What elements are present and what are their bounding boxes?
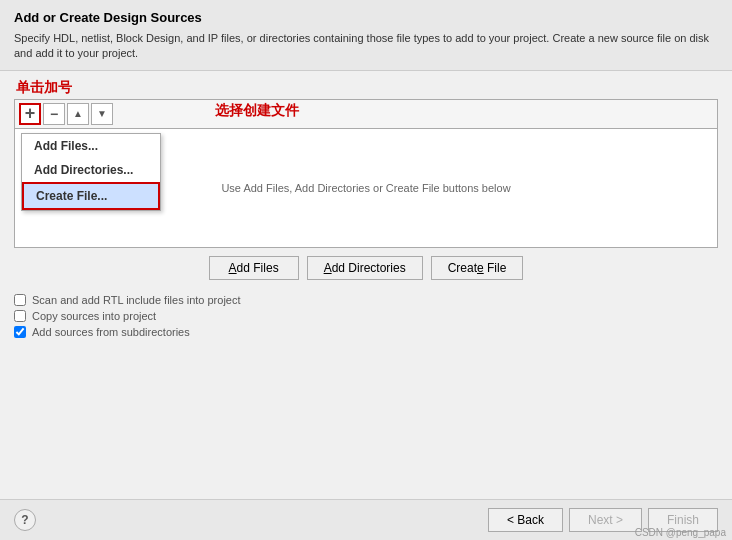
help-button[interactable]: ? bbox=[14, 509, 36, 531]
plus-icon: + bbox=[25, 103, 36, 124]
add-files-button[interactable]: Add Files bbox=[209, 256, 299, 280]
add-files-label: Add Files bbox=[229, 261, 279, 275]
copy-sources-checkbox[interactable] bbox=[14, 310, 26, 322]
checkboxes: Scan and add RTL include files into proj… bbox=[14, 294, 718, 338]
add-subdirs-checkbox[interactable] bbox=[14, 326, 26, 338]
annotation-create: 选择创建文件 bbox=[215, 102, 299, 120]
file-list-placeholder: Use Add Files, Add Directories or Create… bbox=[221, 182, 510, 194]
footer-left: ? bbox=[14, 509, 36, 531]
next-button[interactable]: Next > bbox=[569, 508, 642, 532]
watermark: CSDN @peng_papa bbox=[635, 527, 726, 538]
scan-rtl-label: Scan and add RTL include files into proj… bbox=[32, 294, 241, 306]
minus-icon: − bbox=[50, 106, 58, 122]
add-directories-label: Add Directories bbox=[324, 261, 406, 275]
create-file-button[interactable]: Create File bbox=[431, 256, 524, 280]
add-button[interactable]: + Add Files... Add Directories... Create… bbox=[19, 103, 41, 125]
bottom-buttons: Add Files Add Directories Create File bbox=[14, 256, 718, 280]
add-directories-button[interactable]: Add Directories bbox=[307, 256, 423, 280]
dialog: Add or Create Design Sources Specify HDL… bbox=[0, 0, 732, 540]
add-subdirs-label: Add sources from subdirectories bbox=[32, 326, 190, 338]
checkbox-add-subdirs[interactable]: Add sources from subdirectories bbox=[14, 326, 718, 338]
arrow-up-icon: ▲ bbox=[73, 108, 83, 119]
create-file-label: Create File bbox=[448, 261, 507, 275]
dialog-title: Add or Create Design Sources bbox=[14, 10, 718, 25]
toolbar: + Add Files... Add Directories... Create… bbox=[14, 99, 718, 128]
move-up-button[interactable]: ▲ bbox=[67, 103, 89, 125]
dialog-header: Add or Create Design Sources Specify HDL… bbox=[0, 0, 732, 71]
dialog-body: 单击加号 + Add Files... Add Directories... C… bbox=[0, 71, 732, 499]
remove-button[interactable]: − bbox=[43, 103, 65, 125]
scan-rtl-checkbox[interactable] bbox=[14, 294, 26, 306]
dropdown-add-files[interactable]: Add Files... bbox=[22, 134, 160, 158]
checkbox-copy-sources[interactable]: Copy sources into project bbox=[14, 310, 718, 322]
dropdown-add-directories[interactable]: Add Directories... bbox=[22, 158, 160, 182]
dialog-description: Specify HDL, netlist, Block Design, and … bbox=[14, 31, 718, 62]
help-icon: ? bbox=[21, 513, 28, 527]
arrow-down-icon: ▼ bbox=[97, 108, 107, 119]
move-down-button[interactable]: ▼ bbox=[91, 103, 113, 125]
back-button[interactable]: < Back bbox=[488, 508, 563, 532]
dropdown-create-file[interactable]: Create File... bbox=[22, 182, 160, 210]
copy-sources-label: Copy sources into project bbox=[32, 310, 156, 322]
dialog-footer: ? < Back Next > Finish bbox=[0, 499, 732, 540]
annotation-plus: 单击加号 bbox=[16, 79, 718, 97]
checkbox-scan-rtl[interactable]: Scan and add RTL include files into proj… bbox=[14, 294, 718, 306]
dropdown-menu: Add Files... Add Directories... Create F… bbox=[21, 133, 161, 211]
